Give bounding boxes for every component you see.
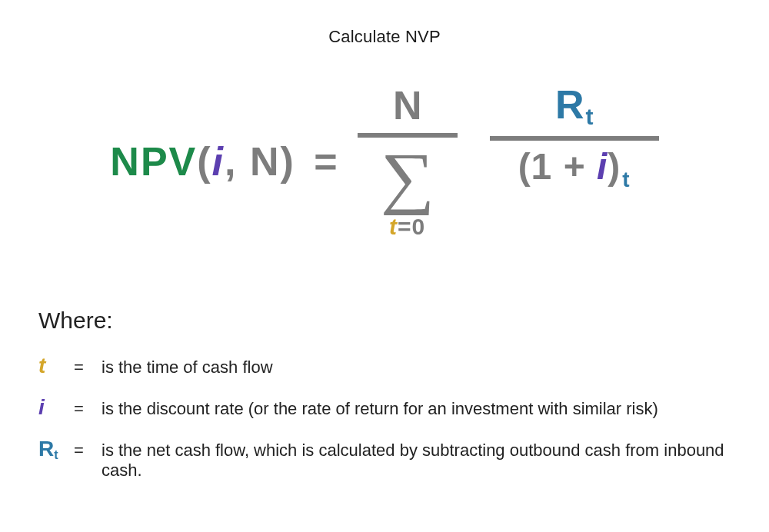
formula-lhs: NPV(i, N) = bbox=[110, 138, 338, 185]
token-den-open: (1 + bbox=[518, 146, 597, 187]
token-den-i: i bbox=[597, 146, 608, 187]
sigma-icon: ∑ bbox=[380, 148, 434, 208]
legend-desc-rt: is the net cash flow, which is calculate… bbox=[102, 441, 731, 480]
legend-symbol-i: i bbox=[38, 395, 74, 420]
legend: Where: t = is the time of cash flow i = … bbox=[38, 308, 731, 480]
legend-equals: = bbox=[74, 441, 102, 461]
sum-lower-t: t bbox=[389, 214, 398, 239]
fraction-numerator: Rt bbox=[555, 85, 594, 128]
token-open-paren: ( bbox=[197, 139, 211, 184]
token-equals: = bbox=[295, 139, 339, 184]
legend-desc-i: is the discount rate (or the rate of ret… bbox=[102, 399, 731, 419]
legend-row: i = is the discount rate (or the rate of… bbox=[38, 395, 731, 420]
legend-desc-t: is the time of cash flow bbox=[102, 357, 731, 377]
legend-equals: = bbox=[74, 399, 102, 419]
legend-symbol-rt: Rt bbox=[38, 437, 74, 462]
legend-row: Rt = is the net cash flow, which is calc… bbox=[38, 437, 731, 480]
legend-equals: = bbox=[74, 357, 102, 377]
summation: N ∑ t=0 bbox=[358, 85, 458, 238]
page-title: Calculate NVP bbox=[38, 27, 731, 47]
token-den-close: ) bbox=[608, 146, 621, 187]
token-close-paren: ) bbox=[281, 139, 295, 184]
sum-upper-limit: N bbox=[393, 85, 422, 125]
npv-formula: NPV(i, N) = N ∑ t=0 Rt (1 + i)t bbox=[85, 85, 684, 238]
page: Calculate NVP NPV(i, N) = N ∑ t=0 Rt (1 … bbox=[0, 0, 769, 532]
fraction-bar bbox=[490, 136, 659, 141]
token-comma: , bbox=[225, 139, 250, 184]
sum-lower-eq0: =0 bbox=[398, 214, 425, 239]
legend-symbol-t: t bbox=[38, 354, 74, 378]
fraction-denominator: (1 + i)t bbox=[518, 148, 631, 191]
sum-upper-bar bbox=[358, 133, 458, 138]
token-den-sub: t bbox=[621, 168, 630, 191]
token-i: i bbox=[212, 139, 225, 184]
legend-row: t = is the time of cash flow bbox=[38, 354, 731, 378]
token-R: R bbox=[555, 82, 584, 127]
token-R-sub: t bbox=[584, 104, 593, 129]
fraction: Rt (1 + i)t bbox=[490, 85, 659, 191]
sum-lower-limit: t=0 bbox=[389, 215, 425, 238]
legend-heading: Where: bbox=[38, 308, 731, 334]
token-n-arg: N bbox=[250, 139, 281, 184]
token-npv: NPV bbox=[110, 139, 197, 184]
